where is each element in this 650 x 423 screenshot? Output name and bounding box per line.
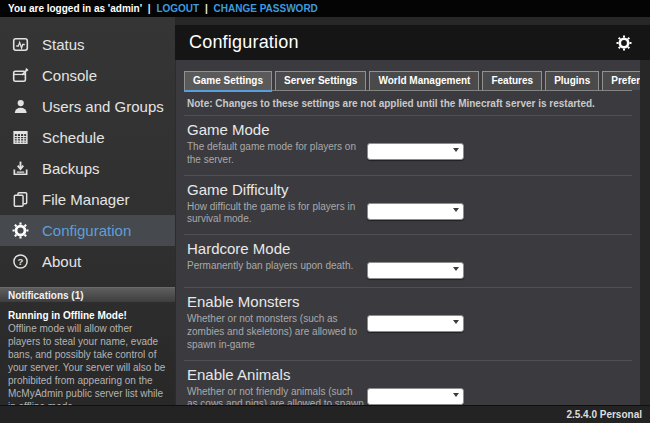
game-difficulty-select[interactable] xyxy=(367,203,464,220)
notification-text: Offline mode will allow other players to… xyxy=(8,322,167,413)
file-manager-icon xyxy=(12,191,29,208)
main-panel: Configuration Game Settings Server Setti… xyxy=(175,17,650,405)
tab-plugins[interactable]: Plugins xyxy=(545,71,599,90)
sidebar-item-status[interactable]: Status xyxy=(0,29,175,60)
select-wrapper xyxy=(367,260,464,279)
gear-icon xyxy=(12,222,29,239)
sidebar: Status Console Users and Groups xyxy=(0,17,175,405)
top-status-bar: You are logged in as 'admin' | LOGOUT | … xyxy=(0,0,650,17)
setting-description: Whether or not monsters (such as zombies… xyxy=(187,313,365,351)
notification-title: Running in Offline Mode! xyxy=(8,309,167,322)
tab-features[interactable]: Features xyxy=(482,71,542,90)
console-icon xyxy=(12,67,29,84)
sidebar-menu: Status Console Users and Groups xyxy=(0,17,175,277)
status-icon xyxy=(12,36,29,53)
game-mode-select[interactable] xyxy=(367,143,464,160)
select-wrapper xyxy=(367,201,464,220)
main-header: Configuration xyxy=(175,25,650,60)
hardcore-mode-select[interactable] xyxy=(367,262,464,279)
svg-text:?: ? xyxy=(18,256,24,267)
tab-server-settings[interactable]: Server Settings xyxy=(275,71,366,90)
setting-row: Hardcore Mode Permanently ban players up… xyxy=(184,234,632,287)
question-icon: ? xyxy=(12,253,29,270)
sidebar-item-file-manager[interactable]: File Manager xyxy=(0,184,175,215)
backups-icon xyxy=(12,160,29,177)
select-wrapper xyxy=(367,386,464,405)
setting-row: Game Difficulty How difficult the game i… xyxy=(184,175,632,235)
restart-note: Note: Changes to these settings are not … xyxy=(184,91,632,115)
sidebar-item-label: Users and Groups xyxy=(42,98,164,115)
sidebar-item-backups[interactable]: Backups xyxy=(0,153,175,184)
sidebar-item-label: Configuration xyxy=(42,222,131,239)
logged-in-text: You are logged in as 'admin' xyxy=(8,3,142,14)
tab-world-management[interactable]: World Management xyxy=(369,71,479,90)
sidebar-item-label: Schedule xyxy=(42,129,105,146)
change-password-link[interactable]: CHANGE PASSWORD xyxy=(214,3,318,14)
configuration-content: Game Settings Server Settings World Mana… xyxy=(175,60,640,405)
sidebar-item-schedule[interactable]: Schedule xyxy=(0,122,175,153)
users-icon xyxy=(12,98,29,115)
version-bar: 2.5.4.0 Personal xyxy=(0,405,650,423)
setting-row: Enable Animals Whether or not friendly a… xyxy=(184,360,632,405)
setting-title: Game Mode xyxy=(187,121,629,138)
setting-title: Enable Monsters xyxy=(187,293,629,310)
setting-description: Whether or not friendly animals (such as… xyxy=(187,386,365,405)
sidebar-item-about[interactable]: ? About xyxy=(0,246,175,277)
logout-link[interactable]: LOGOUT xyxy=(156,3,199,14)
sidebar-item-label: Status xyxy=(42,36,85,53)
enable-animals-select[interactable] xyxy=(367,388,464,405)
sidebar-item-console[interactable]: Console xyxy=(0,60,175,91)
tab-strip: Game Settings Server Settings World Mana… xyxy=(184,71,632,91)
notifications-header[interactable]: Notifications (1) xyxy=(0,287,175,302)
tab-preferences[interactable]: Preferences xyxy=(602,71,640,90)
notification-message: Running in Offline Mode! Offline mode wi… xyxy=(0,302,175,420)
page-title: Configuration xyxy=(189,32,299,53)
sidebar-item-label: Console xyxy=(42,67,97,84)
setting-row: Game Mode The default game mode for play… xyxy=(184,115,632,175)
sidebar-item-label: Backups xyxy=(42,160,100,177)
schedule-icon xyxy=(12,129,29,146)
setting-title: Enable Animals xyxy=(187,366,629,383)
separator: | xyxy=(205,3,208,14)
setting-description: Permanently ban players upon death. xyxy=(187,260,365,273)
setting-title: Game Difficulty xyxy=(187,181,629,198)
setting-title: Hardcore Mode xyxy=(187,240,629,257)
select-wrapper xyxy=(367,141,464,160)
enable-monsters-select[interactable] xyxy=(367,315,464,332)
setting-description: How difficult the game is for players in… xyxy=(187,201,365,227)
setting-description: The default game mode for players on the… xyxy=(187,141,365,167)
sidebar-item-users-and-groups[interactable]: Users and Groups xyxy=(0,91,175,122)
sidebar-item-label: File Manager xyxy=(42,191,130,208)
settings-gear-icon[interactable] xyxy=(616,35,632,51)
tab-game-settings[interactable]: Game Settings xyxy=(184,71,272,90)
select-wrapper xyxy=(367,313,464,332)
setting-row: Enable Monsters Whether or not monsters … xyxy=(184,287,632,359)
version-label: 2.5.4.0 Personal xyxy=(566,409,642,420)
sidebar-item-configuration[interactable]: Configuration xyxy=(0,215,175,246)
separator: | xyxy=(148,3,151,14)
sidebar-item-label: About xyxy=(42,253,81,270)
